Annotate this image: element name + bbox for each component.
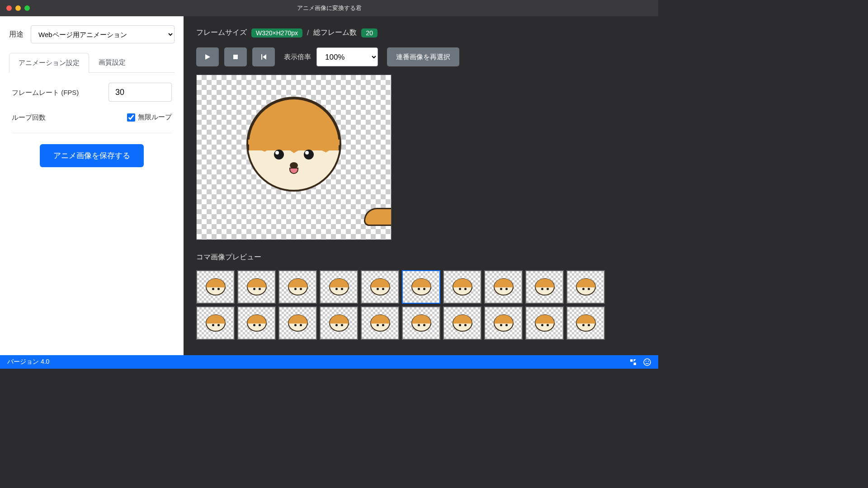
loop-infinite-checkbox[interactable] xyxy=(127,113,135,122)
zoom-label: 表示倍率 xyxy=(284,53,311,61)
frame-thumb[interactable] xyxy=(320,306,358,340)
total-frames-badge: 20 xyxy=(361,28,377,38)
smiley-icon[interactable] xyxy=(643,358,651,366)
skip-back-icon xyxy=(260,53,267,61)
zoom-select[interactable]: 100% xyxy=(316,47,378,66)
thumb-character xyxy=(535,314,555,332)
purpose-select[interactable]: Webページ用アニメーション xyxy=(31,25,175,43)
frame-size-badge: W320×H270px xyxy=(251,28,302,38)
frame-thumb[interactable] xyxy=(443,270,481,304)
frame-thumb[interactable] xyxy=(361,306,399,340)
traffic-lights xyxy=(6,5,30,11)
titlebar: アニメ画像に変換する君 xyxy=(0,0,658,16)
thumbs-title: コマ画像プレビュー xyxy=(196,253,646,262)
tab-animation-settings[interactable]: アニメーション設定 xyxy=(9,53,89,73)
loop-infinite-wrap: 無限ループ xyxy=(127,113,172,122)
thumb-character xyxy=(329,314,349,332)
thumb-character xyxy=(411,314,431,332)
thumb-character xyxy=(247,278,267,296)
thumb-character xyxy=(494,314,514,332)
info-separator: / xyxy=(307,29,309,37)
play-icon xyxy=(204,53,211,61)
play-button[interactable] xyxy=(196,47,219,66)
thumb-character xyxy=(370,314,390,332)
thumb-character xyxy=(288,314,308,332)
thumb-character xyxy=(494,278,514,296)
thumb-character xyxy=(576,278,596,296)
total-frames-label: 総フレーム数 xyxy=(313,28,357,38)
statusbar: バージョン 4.0 xyxy=(0,355,658,369)
frame-thumb[interactable] xyxy=(402,270,440,304)
settings-tabs: アニメーション設定 画質設定 xyxy=(9,52,175,73)
frame-thumb[interactable] xyxy=(237,306,276,340)
info-row: フレームサイズ W320×H270px / 総フレーム数 20 xyxy=(196,28,646,38)
thumb-character xyxy=(576,314,596,332)
thumb-character xyxy=(370,278,390,296)
divider xyxy=(12,133,172,133)
frame-thumb[interactable] xyxy=(320,270,358,304)
app-icon[interactable] xyxy=(629,358,637,366)
svg-point-1 xyxy=(644,359,651,366)
fps-label: フレームレート (FPS) xyxy=(12,88,79,97)
reselect-button[interactable]: 連番画像を再選択 xyxy=(387,47,459,66)
sidebar: 用途 Webページ用アニメーション アニメーション設定 画質設定 フレームレート… xyxy=(0,16,184,355)
main-area: 用途 Webページ用アニメーション アニメーション設定 画質設定 フレームレート… xyxy=(0,16,658,355)
thumb-character xyxy=(535,278,555,296)
svg-point-2 xyxy=(646,361,646,361)
status-icons xyxy=(629,358,651,366)
loop-infinite-label: 無限ループ xyxy=(138,113,172,122)
fps-input[interactable] xyxy=(108,83,172,102)
svg-point-3 xyxy=(648,361,649,361)
svg-rect-0 xyxy=(233,55,238,59)
purpose-row: 用途 Webページ用アニメーション xyxy=(9,25,175,43)
thumb-character xyxy=(247,314,267,332)
stop-icon xyxy=(232,53,239,61)
save-button[interactable]: アニメ画像を保存する xyxy=(40,144,144,167)
thumb-character xyxy=(206,314,226,332)
frame-thumb[interactable] xyxy=(196,270,235,304)
stop-button[interactable] xyxy=(224,47,247,66)
frame-thumb[interactable] xyxy=(443,306,481,340)
frame-thumb[interactable] xyxy=(361,270,399,304)
tab-quality-settings[interactable]: 画質設定 xyxy=(89,52,135,72)
close-icon[interactable] xyxy=(6,5,12,11)
thumb-character xyxy=(288,278,308,296)
frame-thumb[interactable] xyxy=(402,306,440,340)
thumb-grid xyxy=(196,270,646,340)
minimize-icon[interactable] xyxy=(15,5,21,11)
frame-thumb[interactable] xyxy=(196,306,235,340)
thumb-character xyxy=(453,314,472,332)
content-panel: フレームサイズ W320×H270px / 総フレーム数 20 表示倍率 100… xyxy=(184,16,658,355)
thumb-character xyxy=(411,278,431,296)
window-title: アニメ画像に変換する君 xyxy=(297,4,362,12)
character-preview xyxy=(246,97,341,192)
frame-thumb[interactable] xyxy=(566,270,605,304)
frame-thumb[interactable] xyxy=(566,306,605,340)
version-label: バージョン 4.0 xyxy=(7,358,49,366)
thumb-character xyxy=(453,278,472,296)
purpose-label: 用途 xyxy=(9,30,24,39)
rewind-button[interactable] xyxy=(252,47,275,66)
preview-canvas xyxy=(196,75,392,240)
frame-thumb[interactable] xyxy=(525,306,564,340)
frame-thumb[interactable] xyxy=(484,306,523,340)
fps-row: フレームレート (FPS) xyxy=(12,83,172,102)
tab-content: フレームレート (FPS) ループ回数 無限ループ アニメ画像を保存する xyxy=(9,73,175,177)
loop-label: ループ回数 xyxy=(12,113,46,122)
loop-row: ループ回数 無限ループ xyxy=(12,113,172,122)
thumb-character xyxy=(329,278,349,296)
frame-size-label: フレームサイズ xyxy=(196,28,247,38)
frame-thumb[interactable] xyxy=(237,270,276,304)
frame-thumb[interactable] xyxy=(278,306,317,340)
frame-thumb[interactable] xyxy=(278,270,317,304)
controls-row: 表示倍率 100% 連番画像を再選択 xyxy=(196,47,646,66)
character-body-edge xyxy=(364,208,391,226)
maximize-icon[interactable] xyxy=(24,5,30,11)
frame-thumb[interactable] xyxy=(484,270,523,304)
frame-thumb[interactable] xyxy=(525,270,564,304)
thumb-character xyxy=(206,278,226,296)
